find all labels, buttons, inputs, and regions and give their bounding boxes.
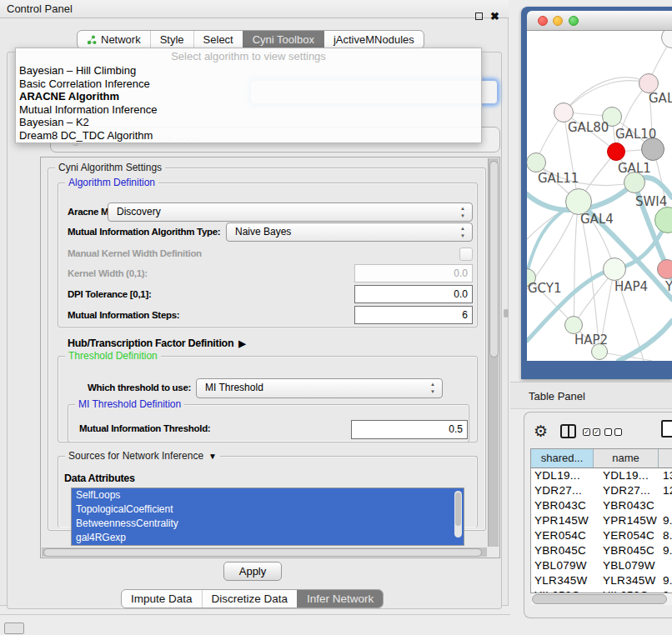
kernel-width-value: 0.0	[454, 268, 468, 279]
spinner-up-icon: ▲	[460, 205, 465, 212]
kernel-width-label: Kernel Width (0,1):	[68, 268, 148, 278]
tab-network[interactable]: Network	[78, 31, 150, 48]
network-view-window[interactable]: GALGAL80GAL10GAL1GAL11SWI4GAL4HAP4YGCY1H…	[521, 7, 672, 379]
algorithm-option-aracne-algorithm[interactable]: ARACNE Algorithm	[16, 90, 481, 103]
checked-box-icon: ✓	[583, 428, 590, 436]
network-canvas[interactable]: GALGAL80GAL10GAL1GAL11SWI4GAL4HAP4YGCY1H…	[527, 31, 672, 361]
cell-shared-name: YDL19...	[531, 468, 603, 483]
attribute-option-betweennesscentrality[interactable]: BetweennessCentrality	[72, 517, 464, 531]
algorithm-dropdown-popup: Select algorithm to view settings Bayesi…	[15, 48, 482, 143]
attributes-scrollbar[interactable]	[454, 491, 462, 538]
application-window: Control Panel ✖ NetworkStyleSelectCyni T…	[0, 0, 672, 635]
gear-icon[interactable]: ⚙	[534, 422, 548, 441]
cell-extra: 13	[661, 468, 672, 483]
aracne-mode-combo[interactable]: Discovery ▲▼	[108, 202, 473, 222]
column-layout-icon[interactable]	[560, 424, 576, 438]
cell-name: YLR345W	[603, 573, 661, 588]
tab-label: Network	[101, 30, 141, 49]
mi-algorithm-type-value: Naive Bayes	[235, 226, 291, 238]
select-all-columns-icon[interactable]: ✓ ✓	[583, 428, 600, 436]
tab-label: jActiveMNodules	[333, 30, 414, 49]
settings-horizontal-scrollbar[interactable]	[42, 548, 487, 557]
tab-impute-data[interactable]: Impute Data	[122, 590, 202, 608]
tab-jactivemnodules[interactable]: jActiveMNodules	[323, 31, 424, 48]
which-threshold-combo[interactable]: MI Threshold ▲▼	[196, 378, 443, 398]
table-row[interactable]: YPR145WYPR145W9.	[531, 513, 672, 528]
algorithm-option-bayesian-k2[interactable]: Bayesian – K2	[16, 116, 481, 129]
algorithm-option-basic-correlation-inference[interactable]: Basic Correlation Inference	[16, 78, 481, 91]
cell-shared-name: YBL079W	[531, 558, 603, 573]
mi-algorithm-type-label: Mutual Information Algorithm Type:	[68, 227, 220, 237]
table-row[interactable]: YDR27...YDR27...12	[531, 483, 672, 498]
tab-style[interactable]: Style	[150, 31, 193, 48]
node-label-y: Y	[665, 279, 672, 294]
settings-scrollpane: Cyni Algorithm Settings Algorithm Defini…	[40, 157, 500, 558]
mi-steps-label: Mutual Information Steps:	[68, 310, 179, 320]
manual-kernel-checkbox[interactable]	[459, 248, 473, 261]
node-attribute-table[interactable]: shared... name YDL19...YDL19...13YDR27..…	[530, 448, 672, 593]
collapse-arrow-icon: ▶	[238, 338, 245, 349]
splitter-handle[interactable]	[504, 309, 509, 318]
tab-cyni-toolbox[interactable]: Cyni Toolbox	[243, 31, 323, 48]
spinner-up-icon: ▲	[430, 381, 435, 388]
column-header-extra[interactable]	[659, 449, 672, 468]
dpi-tolerance-field[interactable]: 0.0	[354, 285, 473, 303]
apply-button[interactable]: Apply	[223, 562, 282, 581]
column-header-shared-name[interactable]: shared...	[531, 449, 594, 468]
tab-discretize-data[interactable]: Discretize Data	[202, 590, 298, 608]
table-row[interactable]: YLR345WYLR345W9.	[531, 573, 672, 588]
manual-kernel-label: Manual Kernel Width Definition	[68, 248, 202, 258]
cell-shared-name: YPR145W	[531, 513, 603, 528]
algorithm-option-mutual-information-inference[interactable]: Mutual Information Inference	[16, 103, 481, 117]
checked-box-icon: ✓	[593, 428, 600, 436]
sources-legend[interactable]: Sources for Network Inference▼	[65, 450, 220, 462]
cell-extra	[661, 498, 672, 513]
settings-vertical-scrollbar[interactable]	[488, 158, 499, 547]
table-row[interactable]: YBL079WYBL079W	[531, 558, 672, 573]
node-label-gal: GAL	[649, 91, 672, 106]
cell-shared-name: YER054C	[531, 528, 603, 543]
network-tab-icon	[87, 35, 97, 45]
mi-algorithm-type-combo[interactable]: Naive Bayes ▲▼	[226, 222, 473, 242]
node-label-gal1: GAL1	[618, 161, 651, 176]
table-row[interactable]: YBR045CYBR045C9.	[531, 543, 672, 558]
mi-steps-field[interactable]: 6	[354, 306, 473, 324]
minimized-panel-stub[interactable]	[4, 622, 24, 634]
spinner-icon: ▲▼	[459, 225, 467, 240]
mi-threshold-field[interactable]: 0.5	[351, 420, 468, 439]
column-header-name[interactable]: name	[594, 449, 659, 468]
spinner-icon: ▲▼	[429, 381, 437, 396]
tab-select[interactable]: Select	[193, 31, 243, 48]
node-label-hap4: HAP4	[614, 279, 648, 294]
cell-name: YBL079W	[603, 558, 661, 573]
hub-definition-toggle[interactable]: Hub/Transcription Factor Definition▶	[68, 338, 245, 349]
table-row[interactable]: YER054CYER054C8.	[531, 528, 672, 543]
mi-threshold-label: Mutual Information Threshold:	[79, 423, 210, 433]
traffic-light-zoom-icon[interactable]	[569, 16, 579, 26]
deselect-all-columns-icon[interactable]	[604, 428, 622, 436]
algorithm-option-bayesian-hill-climbing[interactable]: Bayesian – Hill Climbing	[16, 64, 481, 78]
tab-infer-network[interactable]: Infer Network	[297, 590, 383, 608]
close-icon[interactable]: ✖	[490, 9, 499, 24]
export-table-icon[interactable]	[661, 420, 672, 438]
spinner-down-icon: ▼	[460, 212, 465, 220]
network-window-titlebar[interactable]	[527, 11, 672, 31]
mi-threshold-value: 0.5	[449, 423, 463, 435]
table-horizontal-scrollbar[interactable]	[531, 593, 672, 605]
dpi-tolerance-value: 0.0	[454, 288, 468, 300]
attribute-option-selfloops[interactable]: SelfLoops	[72, 488, 464, 502]
table-row[interactable]: YDL19...YDL19...13	[531, 468, 672, 483]
algorithm-option-dream8-dc-tdc-algorithm[interactable]: Dream8 DC_TDC Algorithm	[16, 129, 481, 142]
spinner-down-icon: ▼	[430, 388, 435, 396]
data-attributes-list[interactable]: SelfLoopsTopologicalCoefficientBetweenne…	[71, 488, 464, 546]
cell-name: YDL19...	[603, 468, 661, 483]
traffic-light-minimize-icon[interactable]	[553, 16, 563, 26]
float-window-icon[interactable]	[475, 12, 483, 20]
attribute-option-gal4rgexp[interactable]: gal4RGexp	[72, 531, 464, 545]
cell-extra: 9.	[661, 573, 672, 588]
traffic-light-close-icon[interactable]	[538, 16, 548, 26]
attribute-option-topologicalcoefficient[interactable]: TopologicalCoefficient	[72, 502, 464, 517]
table-row[interactable]: YBR043CYBR043C	[531, 498, 672, 513]
cell-extra	[661, 558, 672, 573]
cell-name: YBR043C	[603, 498, 661, 513]
